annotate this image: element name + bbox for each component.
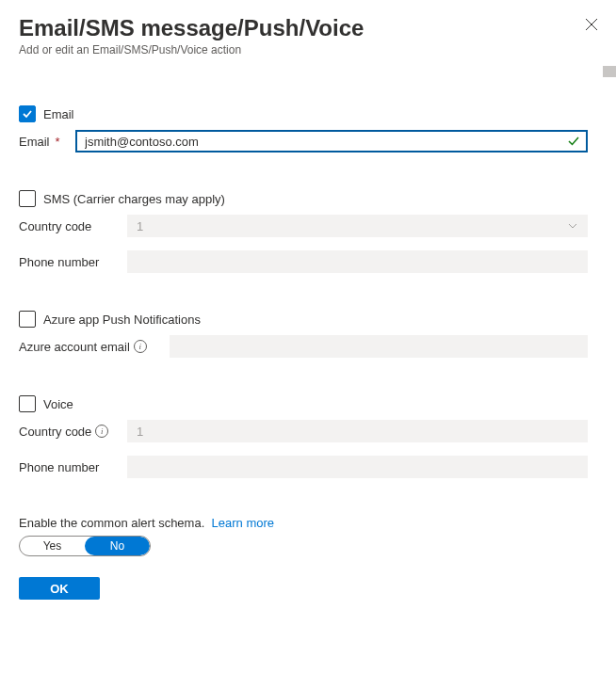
sms-country-code-select: 1 <box>127 215 588 237</box>
sms-checkbox[interactable] <box>19 190 36 207</box>
push-checkbox[interactable] <box>19 311 36 328</box>
checkmark-icon <box>22 108 33 120</box>
sms-section: SMS (Carrier charges may apply) Country … <box>19 190 588 273</box>
required-asterisk: * <box>56 135 60 149</box>
schema-text: Enable the common alert schema. <box>19 516 204 530</box>
scrollbar-up-indicator <box>603 66 616 77</box>
email-input[interactable] <box>75 130 588 152</box>
email-section: Email Email* <box>19 105 588 152</box>
push-account-label: Azure account email i <box>19 340 170 354</box>
push-account-input <box>170 335 588 358</box>
voice-phone-label: Phone number <box>19 460 127 474</box>
voice-checkbox-label: Voice <box>43 397 73 411</box>
sms-checkbox-label: SMS (Carrier charges may apply) <box>43 192 225 206</box>
close-button[interactable] <box>584 17 599 32</box>
schema-toggle-yes[interactable]: Yes <box>20 537 85 555</box>
close-icon <box>585 18 598 31</box>
sms-country-code-label: Country code <box>19 219 127 233</box>
learn-more-link[interactable]: Learn more <box>212 516 274 530</box>
ok-button[interactable]: OK <box>19 577 100 600</box>
push-checkbox-label: Azure app Push Notifications <box>43 313 201 327</box>
voice-phone-input <box>127 456 588 478</box>
page-subtitle: Add or edit an Email/SMS/Push/Voice acti… <box>19 43 597 56</box>
scrollbar-track[interactable] <box>603 66 616 674</box>
sms-country-code-value: 1 <box>127 219 143 233</box>
email-checkbox-label: Email <box>43 107 74 121</box>
voice-section: Voice Country code i Phone number <box>19 395 588 478</box>
schema-toggle[interactable]: Yes No <box>19 536 151 556</box>
page-title: Email/SMS message/Push/Voice <box>19 15 597 41</box>
sms-phone-input <box>127 250 588 273</box>
email-field-label: Email* <box>19 135 75 149</box>
valid-check-icon <box>567 135 580 148</box>
voice-country-code-input <box>127 420 588 442</box>
email-checkbox[interactable] <box>19 105 36 122</box>
push-section: Azure app Push Notifications Azure accou… <box>19 311 588 358</box>
schema-toggle-no[interactable]: No <box>85 537 150 555</box>
info-icon[interactable]: i <box>95 425 108 438</box>
chevron-down-icon <box>567 220 578 232</box>
sms-phone-label: Phone number <box>19 255 127 269</box>
voice-checkbox[interactable] <box>19 395 36 412</box>
info-icon[interactable]: i <box>134 340 147 353</box>
voice-country-code-label: Country code i <box>19 425 127 439</box>
